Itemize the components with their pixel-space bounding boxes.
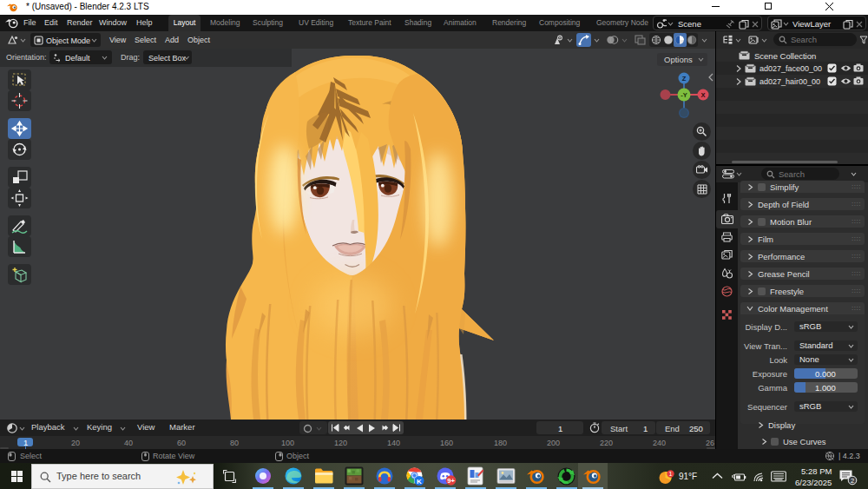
svg-text:2: 2 (851, 477, 854, 485)
svg-text:1: 1 (669, 471, 673, 477)
svg-text:X: X (700, 91, 705, 99)
svg-text:K: K (417, 478, 422, 486)
svg-text:-Y: -Y (681, 91, 687, 99)
svg-text:Z: Z (682, 75, 687, 83)
svg-text:9+: 9+ (447, 477, 455, 485)
